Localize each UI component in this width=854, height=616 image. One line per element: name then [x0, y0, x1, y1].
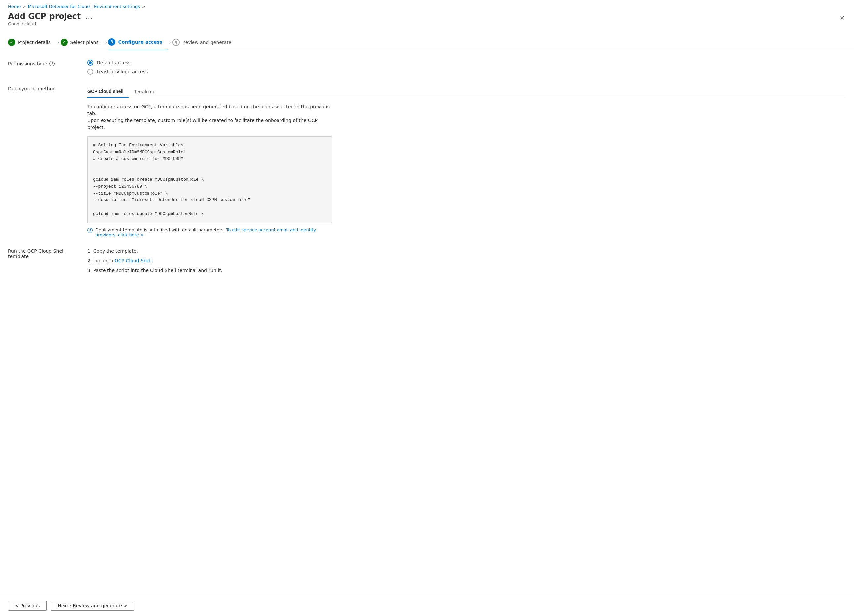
main-content: Permissions type i Default access Least …	[0, 50, 854, 595]
step-arrow-2: ›	[105, 40, 107, 45]
breadcrumb-sep2: >	[142, 4, 145, 9]
page-subtitle: Google cloud	[8, 21, 94, 26]
step-1-circle: ✓	[8, 39, 15, 46]
instruction-1: 1. Copy the template.	[87, 248, 846, 255]
code-block[interactable]: # Setting The Environment Variables Cspm…	[87, 136, 332, 223]
instruction-2: 2. Log in to GCP Cloud Shell.	[87, 258, 846, 264]
instruction-2-text: 2. Log in to GCP Cloud Shell.	[87, 258, 154, 263]
info-note-text: Deployment template is auto filled with …	[95, 227, 332, 237]
permissions-info-icon[interactable]: i	[49, 61, 55, 66]
instructions-list: 1. Copy the template. 2. Log in to GCP C…	[87, 248, 846, 274]
run-template-control: 1. Copy the template. 2. Log in to GCP C…	[87, 248, 846, 274]
breadcrumb-sep1: >	[23, 4, 26, 9]
deployment-control: GCP Cloud shell Terraform To configure a…	[87, 85, 846, 237]
deployment-description: To configure access on GCP, a template h…	[87, 103, 332, 131]
permissions-label: Permissions type i	[8, 59, 87, 66]
step-3[interactable]: 3 Configure access	[108, 34, 168, 50]
step-2[interactable]: ✓ Select plans	[61, 35, 104, 50]
gcp-cloud-shell-link[interactable]: GCP Cloud Shell.	[115, 258, 154, 263]
page-header: Add GCP project ... Google cloud ✕	[0, 12, 854, 32]
permissions-control: Default access Least privilege access	[87, 59, 846, 75]
breadcrumb-defender[interactable]: Microsoft Defender for Cloud | Environme…	[28, 4, 140, 9]
deployment-label: Deployment method	[8, 85, 87, 91]
steps-bar: ✓ Project details › ✓ Select plans › 3 C…	[0, 32, 854, 50]
tab-gcp-cloud-shell[interactable]: GCP Cloud shell	[87, 85, 129, 98]
info-note-icon: i	[87, 227, 93, 233]
deployment-label-text: Deployment method	[8, 86, 56, 91]
page-title-block: Add GCP project ... Google cloud	[8, 12, 94, 26]
deployment-info-note: i Deployment template is auto filled wit…	[87, 227, 332, 237]
step-4-circle: 4	[172, 39, 180, 46]
run-template-label-text: Run the GCP Cloud Shelltemplate	[8, 249, 64, 259]
radio-least-label: Least privilege access	[96, 69, 148, 75]
radio-least-privilege[interactable]: Least privilege access	[87, 69, 846, 75]
step-3-label: Configure access	[118, 40, 162, 45]
breadcrumb-home[interactable]: Home	[8, 4, 20, 9]
close-button[interactable]: ✕	[839, 13, 846, 23]
run-template-row: Run the GCP Cloud Shelltemplate 1. Copy …	[8, 248, 846, 274]
step-arrow-3: ›	[169, 40, 171, 45]
ellipsis-button[interactable]: ...	[84, 12, 94, 20]
breadcrumb: Home > Microsoft Defender for Cloud | En…	[0, 0, 854, 12]
instruction-1-text: 1. Copy the template.	[87, 249, 138, 254]
step-4[interactable]: 4 Review and generate	[172, 35, 237, 50]
step-2-label: Select plans	[70, 40, 99, 45]
step-1-label: Project details	[18, 40, 50, 45]
deployment-row: Deployment method GCP Cloud shell Terraf…	[8, 85, 846, 237]
radio-default-input[interactable]	[87, 59, 93, 66]
step-1[interactable]: ✓ Project details	[8, 35, 56, 50]
step-3-circle: 3	[108, 38, 116, 46]
next-button[interactable]: Next : Review and generate >	[50, 601, 134, 611]
page-title-text: Add GCP project	[8, 12, 81, 21]
page-title: Add GCP project ...	[8, 12, 94, 21]
radio-least-input[interactable]	[87, 69, 93, 75]
permissions-radio-group: Default access Least privilege access	[87, 59, 846, 75]
footer: < Previous Next : Review and generate >	[0, 595, 854, 616]
info-note-static-text: Deployment template is auto filled with …	[95, 227, 224, 232]
radio-default-access[interactable]: Default access	[87, 59, 846, 66]
radio-default-label: Default access	[96, 60, 131, 65]
instruction-3-text: 3. Paste the script into the Cloud Shell…	[87, 268, 222, 273]
previous-button[interactable]: < Previous	[8, 601, 47, 611]
permissions-row: Permissions type i Default access Least …	[8, 59, 846, 75]
instruction-3: 3. Paste the script into the Cloud Shell…	[87, 267, 846, 274]
deployment-tabs: GCP Cloud shell Terraform	[87, 85, 846, 98]
step-2-circle: ✓	[61, 39, 68, 46]
run-template-label: Run the GCP Cloud Shelltemplate	[8, 248, 87, 259]
step-4-label: Review and generate	[182, 40, 232, 45]
tab-terraform[interactable]: Terraform	[134, 85, 159, 98]
step-arrow-1: ›	[57, 40, 59, 45]
permissions-label-text: Permissions type	[8, 61, 47, 66]
